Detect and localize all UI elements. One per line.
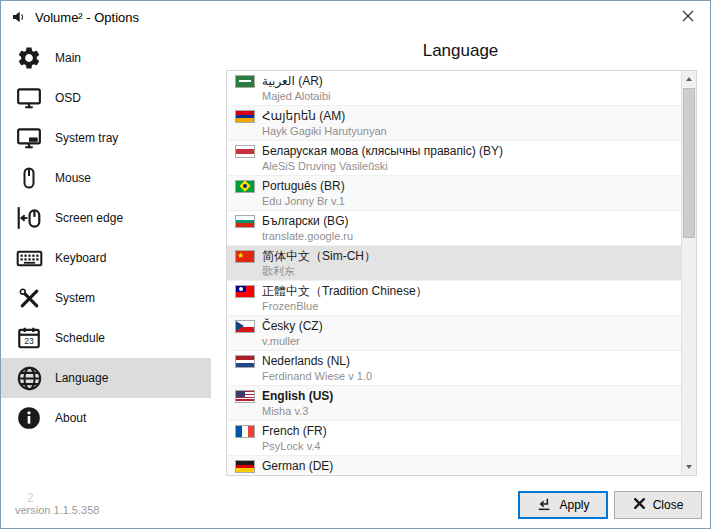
language-list: العربية (AR) Majed Alotaibi Հայերեն (AM)… [227,71,681,475]
language-row[interactable]: Български (BG) translate.google.ru [227,211,681,246]
flag-de-icon [235,460,255,473]
language-name: Беларуская мова (клясычны правапіс) (BY) [262,143,503,159]
close-x-icon [633,497,646,513]
screen-edge-icon [14,203,44,233]
globe-icon [14,363,44,393]
sidebar: Main OSD System tray Mouse Screen edge K… [1,33,211,482]
language-row[interactable]: French (FR) PsyLock v.4 [227,421,681,456]
apply-icon [536,496,552,515]
language-name: German (DE) [262,458,333,474]
svg-text:23: 23 [24,336,34,346]
logo-watermark: 2 [27,493,99,504]
flag-bg-icon [235,215,255,228]
language-author: Majed Alotaibi [262,89,673,103]
flag-fr-icon [235,425,255,438]
sidebar-item-about[interactable]: About [1,398,211,438]
sidebar-item-label: About [55,411,86,425]
sidebar-item-label: Main [55,51,81,65]
keyboard-icon [14,243,44,273]
version-info: 2 version 1.1.5.358 [15,493,99,517]
language-author: Hayk Gagiki Harutyunyan [262,124,673,138]
language-name: Български (BG) [262,213,348,229]
scrollbar-down-button[interactable] [682,459,696,475]
sidebar-item-label: Language [55,371,108,385]
flag-nl-icon [235,355,255,368]
close-icon [682,8,694,26]
flag-tw-icon [235,285,255,298]
sidebar-item-label: System tray [55,131,118,145]
sidebar-item-language[interactable]: Language [1,358,211,398]
flag-cn-icon [235,250,255,263]
language-row[interactable]: Česky (CZ) v.muller [227,316,681,351]
app-icon [10,8,28,26]
footer-bar: 2 version 1.1.5.358 Apply Close [1,482,710,528]
sidebar-item-label: System [55,291,95,305]
language-name: 正體中文（Tradition Chinese） [262,283,428,299]
language-row[interactable]: 简体中文（Sim-CH） 歌利东 [227,246,681,281]
language-author: 歌利东 [262,264,673,278]
language-row[interactable]: English (US) Misha v.3 [227,386,681,421]
language-row[interactable]: 正體中文（Tradition Chinese） FrozenBlue [227,281,681,316]
page-title: Language [211,33,710,67]
tray-icon [14,123,44,153]
title-bar: Volume² - Options [1,1,710,33]
gear-icon [14,43,44,73]
sidebar-item-system-tray[interactable]: System tray [1,118,211,158]
language-author: AleSiS Druving Vasileŭski [262,159,673,173]
language-row[interactable]: العربية (AR) Majed Alotaibi [227,71,681,106]
flag-sa-icon [235,75,255,88]
sidebar-item-mouse[interactable]: Mouse [1,158,211,198]
language-row[interactable]: Беларуская мова (клясычны правапіс) (BY)… [227,141,681,176]
sidebar-item-schedule[interactable]: 23 Schedule [1,318,211,358]
language-row[interactable]: Nederlands (NL) Ferdinand Wiese v 1.0 [227,351,681,386]
sidebar-item-keyboard[interactable]: Keyboard [1,238,211,278]
language-row[interactable]: Հայերեն (AM) Hayk Gagiki Harutyunyan [227,106,681,141]
sidebar-item-label: Screen edge [55,211,123,225]
content-panel: Language العربية (AR) Majed Alotaibi Հայ… [211,33,710,482]
language-list-container: العربية (AR) Majed Alotaibi Հայերեն (AM)… [226,70,697,476]
language-author: Misha v.3 [262,404,673,418]
close-button-label: Close [653,498,684,512]
language-author: FrozenBlue [262,299,673,313]
sidebar-item-label: OSD [55,91,81,105]
main-area: Main OSD System tray Mouse Screen edge K… [1,33,710,482]
sidebar-item-label: Keyboard [55,251,106,265]
language-name: English (US) [262,388,333,404]
window-close-button[interactable] [666,1,710,33]
sidebar-item-main[interactable]: Main [1,38,211,78]
flag-am-icon [235,110,255,123]
apply-button[interactable]: Apply [518,491,608,519]
language-name: French (FR) [262,423,327,439]
info-icon [14,403,44,433]
sidebar-item-osd[interactable]: OSD [1,78,211,118]
language-author: v.muller [262,334,673,348]
sidebar-item-label: Mouse [55,171,91,185]
sidebar-item-label: Schedule [55,331,105,345]
window-title: Volume² - Options [35,10,139,25]
language-row[interactable]: Português (BR) Edu Jonny Br v.1 [227,176,681,211]
scroll-down-icon [686,465,692,469]
language-name: Nederlands (NL) [262,353,350,369]
language-author: translate.google.ru [262,229,673,243]
sidebar-item-screen-edge[interactable]: Screen edge [1,198,211,238]
flag-br-icon [235,180,255,193]
language-name: Português (BR) [262,178,345,194]
language-name: Հայերեն (AM) [262,108,345,124]
language-name: Česky (CZ) [262,318,323,334]
tools-icon [14,283,44,313]
close-button[interactable]: Close [614,491,702,519]
options-window: Volume² - Options Main OSD System tray M… [0,0,711,529]
language-author: Edu Jonny Br v.1 [262,194,673,208]
flag-cz-icon [235,320,255,333]
monitor-icon [14,83,44,113]
language-name: العربية (AR) [262,73,323,89]
language-row[interactable]: German (DE) [227,456,681,475]
version-label: version 1.1.5.358 [15,504,99,517]
language-author: Ferdinand Wiese v 1.0 [262,369,673,383]
scroll-up-icon [686,77,692,81]
scrollbar-thumb[interactable] [683,88,695,238]
scrollbar[interactable] [681,71,696,475]
sidebar-item-system[interactable]: System [1,278,211,318]
flag-us-icon [235,390,255,403]
scrollbar-up-button[interactable] [682,71,696,87]
